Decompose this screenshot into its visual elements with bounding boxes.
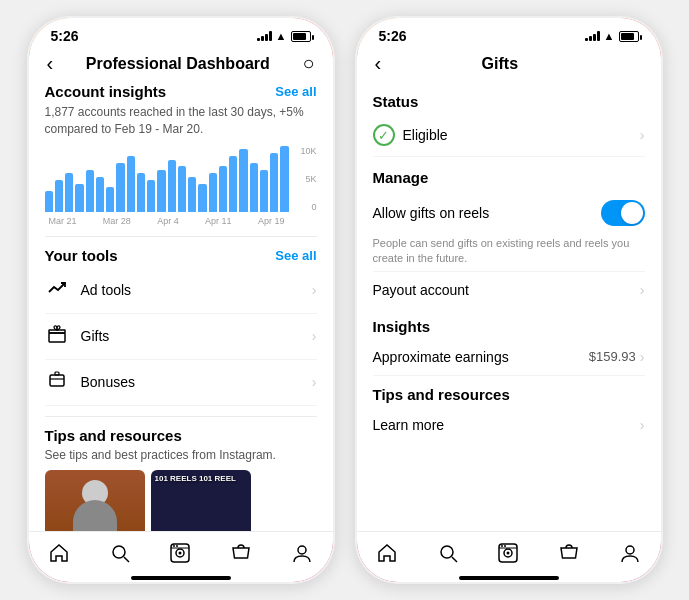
tool-item-adtools[interactable]: Ad tools › [45,268,317,314]
payout-chevron: › [640,282,645,298]
chart-bar [55,180,63,211]
bonuses-label: Bonuses [81,374,135,390]
chart-bar [270,153,278,212]
home-bar-right [459,576,559,580]
chart-y-mid: 5K [293,174,317,184]
bottom-nav-right [357,531,661,570]
svg-point-12 [298,546,306,554]
chart-bar [250,163,258,212]
wifi-icon-left: ▲ [276,30,287,42]
nav-search-right[interactable] [437,542,459,564]
chart-bar [45,191,53,212]
chart-bar [209,173,217,211]
tip-thumb-1[interactable] [45,470,145,531]
chart-bar [188,177,196,212]
bonuses-icon [45,370,69,395]
payout-label: Payout account [373,282,470,298]
adtools-chevron: › [312,282,317,298]
svg-point-10 [173,545,175,547]
svg-point-11 [176,545,178,547]
svg-rect-0 [49,333,65,342]
earnings-label: Approximate earnings [373,349,509,365]
battery-icon-left [291,31,311,42]
nav-shop-right[interactable] [558,542,580,564]
chart-bar [65,173,73,211]
status-section-title: Status [373,93,645,110]
chart-y-bot: 0 [293,202,317,212]
nav-profile-left[interactable] [291,542,313,564]
bonuses-chevron: › [312,374,317,390]
settings-icon-left[interactable]: ○ [302,52,314,75]
toggle-description: People can send gifts on existing reels … [373,236,645,267]
svg-point-8 [179,552,182,555]
right-phone: 5:26 ▲ ‹ Gifts [354,15,664,585]
chart-x-labels: Mar 21 Mar 28 Apr 4 Apr 11 Apr 19 [45,216,289,226]
back-button-left[interactable]: ‹ [47,52,54,75]
eligible-row[interactable]: ✓ Eligible › [373,114,645,157]
back-button-right[interactable]: ‹ [375,52,382,75]
right-content: Status ✓ Eligible › Manage Allow gifts o… [357,83,661,531]
chart-bars [45,146,289,212]
status-bar-left: 5:26 ▲ [29,18,333,48]
page-title-left: Professional Dashboard [86,55,270,73]
chart-bar [168,160,176,212]
status-time-right: 5:26 [379,28,407,44]
tips-description: See tips and best practices from Instagr… [45,448,317,462]
divider-1 [45,236,317,237]
chart-bar [75,184,83,212]
chart-bar [116,163,124,212]
insights-see-all[interactable]: See all [275,84,316,99]
signal-icon-right [585,31,600,41]
signal-icon-left [257,31,272,41]
svg-rect-2 [50,375,64,386]
tip-thumb-2[interactable]: 101 REELS 101 REEL [151,470,251,531]
nav-bar-right: ‹ Gifts [357,48,661,83]
svg-line-5 [124,557,129,562]
svg-point-13 [441,546,453,558]
nav-home-right[interactable] [376,542,398,564]
nav-reels-right[interactable] [497,542,519,564]
tool-item-gifts[interactable]: Gifts › [45,314,317,360]
svg-point-21 [626,546,634,554]
nav-search-left[interactable] [109,542,131,564]
svg-rect-3 [55,372,59,375]
chart-bar [157,170,165,212]
svg-point-17 [507,552,510,555]
chart-bar [147,180,155,211]
manage-section-title: Manage [373,169,645,186]
chart: 10K 5K 0 Mar 21 Mar 28 Apr 4 Apr 11 Apr … [45,146,317,226]
nav-profile-right[interactable] [619,542,641,564]
check-circle-icon: ✓ [373,124,395,146]
insights-title: Account insights [45,83,167,100]
insights-header: Account insights See all [45,83,317,100]
allow-gifts-toggle[interactable] [601,200,645,226]
nav-shop-left[interactable] [230,542,252,564]
chart-bar [219,166,227,211]
status-time-left: 5:26 [51,28,79,44]
bottom-nav-left [29,531,333,570]
chart-bar [239,149,247,212]
payout-row[interactable]: Payout account › [373,271,645,308]
tool-item-bonuses[interactable]: Bonuses › [45,360,317,406]
status-icons-left: ▲ [257,30,311,42]
learn-chevron: › [640,417,645,433]
chart-bar [178,166,186,211]
nav-bar-left: ‹ Professional Dashboard ○ [29,48,333,83]
tools-see-all[interactable]: See all [275,248,316,263]
earnings-chevron: › [640,349,645,365]
learn-more-row[interactable]: Learn more › [373,407,645,443]
chart-bar [280,146,288,212]
toggle-label: Allow gifts on reels [373,205,490,221]
svg-line-14 [452,557,457,562]
gifts-label: Gifts [81,328,110,344]
chart-bar [127,156,135,212]
toggle-knob [621,202,643,224]
chart-y-labels: 10K 5K 0 [293,146,317,212]
nav-reels-left[interactable] [169,542,191,564]
eligible-chevron: › [640,127,645,143]
divider-2 [45,416,317,417]
earnings-row[interactable]: Approximate earnings $159.93 › [373,339,645,376]
earnings-value-container: $159.93 › [589,349,645,365]
svg-point-19 [501,545,503,547]
nav-home-left[interactable] [48,542,70,564]
